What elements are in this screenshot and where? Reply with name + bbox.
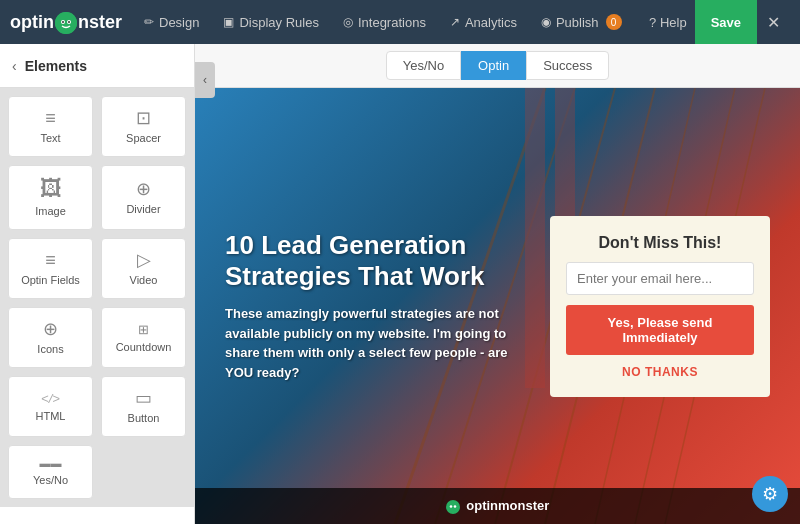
help-circle-button[interactable]: ⚙: [752, 476, 788, 512]
monster-face-icon: [55, 12, 77, 34]
tab-success-label: Success: [543, 58, 592, 73]
nav-display-rules[interactable]: ▣ Display Rules: [211, 0, 330, 44]
sidebar: ‹ Elements ≡ Text ⊡ Spacer 🖼 Image ⊕ Div…: [0, 44, 195, 524]
sidebar-header: ‹ Elements: [0, 44, 194, 88]
nav-integrations[interactable]: ◎ Integrations: [331, 0, 438, 44]
logo: optin nster: [10, 11, 122, 33]
logo-text-end: nster: [78, 12, 122, 33]
submit-button[interactable]: Yes, Please send Immediately: [566, 305, 754, 355]
element-video-label: Video: [130, 274, 158, 286]
element-image[interactable]: 🖼 Image: [8, 165, 93, 230]
nav-publish-label: Publish: [556, 15, 599, 30]
svg-point-15: [449, 505, 452, 508]
tab-optin-label: Optin: [478, 58, 509, 73]
tab-yes-no-label: Yes/No: [403, 58, 444, 73]
headline-text: 10 Lead Generation Strategies That Work: [225, 230, 530, 292]
display-rules-icon: ▣: [223, 15, 234, 29]
no-thanks-label: NO THANKS: [622, 365, 698, 379]
bottom-branding-bar: optinmonster: [195, 488, 800, 524]
main-layout: ‹ Elements ≡ Text ⊡ Spacer 🖼 Image ⊕ Div…: [0, 44, 800, 524]
element-spacer[interactable]: ⊡ Spacer: [101, 96, 186, 157]
collapse-arrow-icon: ‹: [203, 73, 207, 87]
save-label: Save: [711, 15, 741, 30]
svg-point-14: [446, 500, 460, 514]
element-divider[interactable]: ⊕ Divider: [101, 165, 186, 230]
app-header: optin nster ✏ Design ▣ Display Rules ◎ I…: [0, 0, 800, 44]
element-video[interactable]: ▷ Video: [101, 238, 186, 299]
element-optin-fields-label: Optin Fields: [21, 274, 80, 286]
icons-element-icon: ⊕: [43, 320, 58, 338]
nav-integrations-label: Integrations: [358, 15, 426, 30]
save-button[interactable]: Save: [695, 0, 757, 44]
element-countdown[interactable]: ⊞ Countdown: [101, 307, 186, 368]
element-countdown-label: Countdown: [116, 341, 172, 353]
logo-text-start: optin: [10, 12, 54, 33]
nav-analytics-label: Analytics: [465, 15, 517, 30]
element-text-label: Text: [40, 132, 60, 144]
element-html[interactable]: </> HTML: [8, 376, 93, 437]
branding-text: optinmonster: [446, 498, 550, 514]
canvas: 10 Lead Generation Strategies That Work …: [195, 88, 800, 524]
subtext: These amazingly powerful strategies are …: [225, 304, 530, 382]
integrations-icon: ◎: [343, 15, 353, 29]
element-yes-no-label: Yes/No: [33, 474, 68, 486]
element-yes-no[interactable]: ▬▬ Yes/No: [8, 445, 93, 499]
tabs-bar: Yes/No Optin Success: [195, 44, 800, 88]
spacer-element-icon: ⊡: [136, 109, 151, 127]
logo-monster-icon: [55, 12, 77, 34]
svg-point-4: [68, 21, 70, 23]
nav-publish[interactable]: ◉ Publish 0: [529, 0, 634, 44]
back-button[interactable]: ‹: [12, 58, 17, 74]
help-circle-icon: ⚙: [762, 483, 778, 505]
tab-yes-no[interactable]: Yes/No: [386, 51, 461, 80]
image-element-icon: 🖼: [40, 178, 62, 200]
sidebar-title: Elements: [25, 58, 87, 74]
element-optin-fields[interactable]: ≡ Optin Fields: [8, 238, 93, 299]
tab-success[interactable]: Success: [526, 51, 609, 80]
elements-grid: ≡ Text ⊡ Spacer 🖼 Image ⊕ Divider ≡ Opti…: [0, 88, 194, 507]
button-element-icon: ▭: [135, 389, 152, 407]
help-button[interactable]: ? Help: [641, 0, 695, 44]
nav-design[interactable]: ✏ Design: [132, 0, 211, 44]
analytics-icon: ↗: [450, 15, 460, 29]
element-spacer-label: Spacer: [126, 132, 161, 144]
element-divider-label: Divider: [126, 203, 160, 215]
element-text[interactable]: ≡ Text: [8, 96, 93, 157]
om-logo-icon: [446, 500, 460, 514]
yes-no-element-icon: ▬▬: [40, 458, 62, 469]
text-element-icon: ≡: [45, 109, 56, 127]
submit-label: Yes, Please send Immediately: [608, 315, 713, 345]
element-icons-label: Icons: [37, 343, 63, 355]
publish-icon: ◉: [541, 15, 551, 29]
help-label: ? Help: [649, 15, 687, 30]
close-button[interactable]: ✕: [757, 0, 790, 44]
tab-optin[interactable]: Optin: [461, 51, 526, 80]
canvas-content: 10 Lead Generation Strategies That Work …: [195, 88, 800, 524]
sidebar-collapse-button[interactable]: ‹: [195, 62, 215, 98]
nav-display-rules-label: Display Rules: [239, 15, 318, 30]
divider-element-icon: ⊕: [136, 180, 151, 198]
html-element-icon: </>: [41, 392, 60, 405]
element-html-label: HTML: [36, 410, 66, 422]
element-icons[interactable]: ⊕ Icons: [8, 307, 93, 368]
close-icon: ✕: [767, 13, 780, 32]
countdown-element-icon: ⊞: [138, 323, 149, 336]
content-area: Yes/No Optin Success: [195, 44, 800, 524]
optin-fields-element-icon: ≡: [45, 251, 56, 269]
video-element-icon: ▷: [137, 251, 151, 269]
form-title: Don't Miss This!: [599, 234, 722, 252]
svg-point-0: [55, 12, 77, 34]
no-thanks-button[interactable]: NO THANKS: [622, 365, 698, 379]
element-image-label: Image: [35, 205, 66, 217]
email-input[interactable]: [566, 262, 754, 295]
publish-badge: 0: [606, 14, 622, 30]
svg-point-16: [453, 505, 456, 508]
element-button-label: Button: [128, 412, 160, 424]
text-block: 10 Lead Generation Strategies That Work …: [225, 230, 530, 382]
nav-design-label: Design: [159, 15, 199, 30]
element-button[interactable]: ▭ Button: [101, 376, 186, 437]
branding-label: optinmonster: [466, 498, 549, 513]
optin-form: Don't Miss This! Yes, Please send Immedi…: [550, 216, 770, 397]
nav-analytics[interactable]: ↗ Analytics: [438, 0, 529, 44]
svg-point-3: [62, 21, 64, 23]
